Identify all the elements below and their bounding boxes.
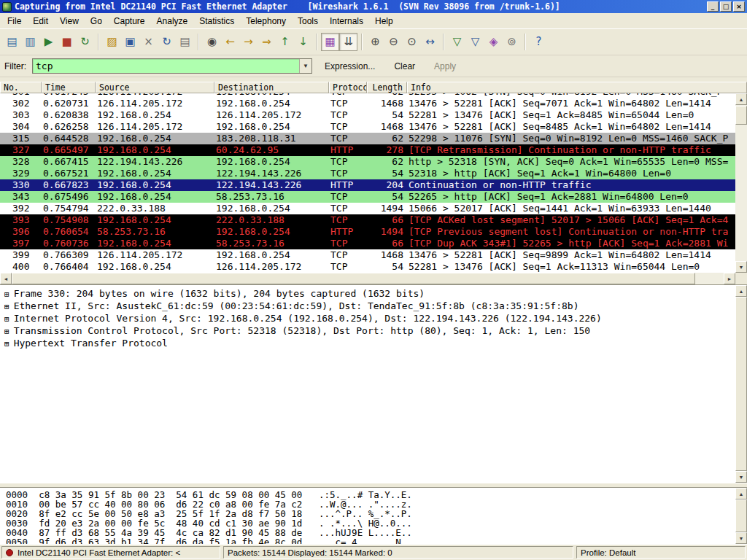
scroll-thumb[interactable] bbox=[735, 499, 747, 532]
scroll-down-icon[interactable]: ▼ bbox=[735, 471, 747, 483]
menu-item-file[interactable]: File bbox=[1, 14, 27, 28]
coloring-rules-icon[interactable]: ◈ bbox=[484, 33, 503, 51]
scroll-thumb[interactable] bbox=[735, 297, 747, 471]
column-header-src[interactable]: Source bbox=[96, 82, 214, 93]
menu-item-statistics[interactable]: Statistics bbox=[193, 14, 240, 28]
capture-restart-icon[interactable]: ↻ bbox=[76, 33, 94, 51]
go-back-icon[interactable]: ← bbox=[221, 33, 239, 51]
menu-item-analyze[interactable]: Analyze bbox=[151, 14, 194, 28]
packet-row-315[interactable]: 3150.644528192.168.0.254183.208.118.31TC… bbox=[0, 133, 735, 144]
packet-row-396[interactable]: 3960.76065458.253.73.16192.168.0.254HTTP… bbox=[0, 226, 735, 238]
menu-item-go[interactable]: Go bbox=[85, 14, 108, 28]
scroll-left-icon[interactable]: ◄ bbox=[0, 273, 12, 284]
scroll-down-icon[interactable]: ▼ bbox=[735, 261, 747, 273]
clear-button[interactable]: Clear bbox=[387, 60, 422, 73]
menu-item-capture[interactable]: Capture bbox=[108, 14, 151, 28]
expander-icon[interactable]: ⊞ bbox=[4, 326, 9, 338]
zoom-out-icon[interactable]: ⊖ bbox=[384, 33, 403, 51]
capture-options-icon[interactable]: ▥ bbox=[21, 33, 39, 51]
packet-row-400[interactable]: 4000.766404192.168.0.254126.114.205.172T… bbox=[0, 261, 735, 273]
column-header-proto[interactable]: Protocol bbox=[329, 82, 367, 93]
capture-start-icon[interactable]: ▶ bbox=[39, 33, 58, 51]
go-to-packet-icon[interactable]: ⇒ bbox=[258, 33, 276, 51]
capture-filters-icon[interactable]: ▽ bbox=[448, 33, 466, 51]
autoscroll-toggle[interactable]: ⇊ bbox=[339, 33, 357, 51]
scroll-down-icon[interactable]: ▼ bbox=[735, 532, 747, 544]
expander-icon[interactable]: ⊞ bbox=[4, 338, 9, 350]
zoom-in-icon[interactable]: ⊕ bbox=[366, 33, 384, 51]
menu-item-view[interactable]: View bbox=[54, 14, 85, 28]
expander-icon[interactable]: ⊞ bbox=[4, 301, 9, 313]
colorize-toggle[interactable]: ▦ bbox=[321, 33, 339, 51]
expert-info-icon[interactable] bbox=[6, 549, 13, 556]
filter-input[interactable]: tcp ▼ bbox=[32, 58, 312, 74]
go-last-icon[interactable]: ↓ bbox=[294, 33, 312, 51]
go-forward-icon[interactable]: → bbox=[239, 33, 258, 51]
packet-row-343[interactable]: 3430.675496192.168.0.25458.253.73.16TCP5… bbox=[0, 191, 735, 203]
packet-row-329[interactable]: 3290.667521192.168.0.254122.194.143.226T… bbox=[0, 168, 735, 179]
scroll-thumb[interactable] bbox=[735, 106, 747, 125]
zoom-100-icon[interactable]: ⊙ bbox=[403, 33, 421, 51]
maximize-button[interactable]: □ bbox=[720, 1, 732, 12]
packet-row-393[interactable]: 3930.754908192.168.0.254222.0.33.188TCP6… bbox=[0, 214, 735, 226]
packet-row-303[interactable]: 3030.620838192.168.0.254126.114.205.172T… bbox=[0, 109, 735, 121]
help-icon[interactable]: ? bbox=[530, 33, 548, 51]
status-profile[interactable]: Profile: Default bbox=[576, 546, 746, 559]
column-header-time[interactable]: Time bbox=[42, 82, 96, 93]
save-capture-icon[interactable]: ▣ bbox=[121, 33, 139, 51]
expander-icon[interactable]: ⊞ bbox=[4, 289, 9, 300]
scroll-right-icon[interactable]: ► bbox=[724, 273, 735, 284]
filter-dropdown-icon[interactable]: ▼ bbox=[299, 59, 311, 73]
open-capture-icon[interactable]: ▨ bbox=[103, 33, 121, 51]
menu-item-internals[interactable]: Internals bbox=[324, 14, 369, 28]
expander-icon[interactable]: ⊞ bbox=[4, 314, 9, 325]
detail-line[interactable]: ⊞Frame 330: 204 bytes on wire (1632 bits… bbox=[0, 288, 735, 300]
hex-vscrollbar[interactable]: ▲ ▼ bbox=[735, 488, 747, 544]
column-header-len[interactable]: Length bbox=[367, 82, 407, 93]
menu-item-help[interactable]: Help bbox=[369, 14, 399, 28]
column-header-no[interactable]: No. bbox=[0, 82, 42, 93]
status-capture-info[interactable]: Intel DC21140 PCI Fast Ethernet Adapter:… bbox=[1, 546, 220, 559]
details-vscrollbar[interactable]: ▲ ▼ bbox=[735, 285, 747, 483]
detail-line[interactable]: ⊞Internet Protocol Version 4, Src: 192.1… bbox=[0, 313, 735, 325]
scroll-track[interactable] bbox=[735, 105, 747, 261]
packet-list-vscrollbar[interactable]: ▲ ▼ bbox=[735, 93, 747, 273]
scroll-track[interactable] bbox=[735, 499, 747, 532]
detail-line[interactable]: ⊞Ethernet II, Src: AsustekC_61:dc:59 (00… bbox=[0, 300, 735, 313]
minimize-button[interactable]: _ bbox=[707, 1, 719, 12]
scroll-up-icon[interactable]: ▲ bbox=[735, 488, 747, 499]
close-button[interactable]: × bbox=[733, 1, 745, 12]
hscroll-thumb[interactable] bbox=[12, 273, 695, 284]
packet-row-328[interactable]: 3280.667415122.194.143.226192.168.0.254T… bbox=[0, 156, 735, 168]
display-filters-icon[interactable]: ▽ bbox=[466, 33, 484, 51]
resize-columns-icon[interactable]: ↔ bbox=[421, 33, 439, 51]
expression-button[interactable]: Expression... bbox=[318, 60, 382, 73]
menu-item-edit[interactable]: Edit bbox=[27, 14, 54, 28]
packet-row-302[interactable]: 3020.620731126.114.205.172192.168.0.254T… bbox=[0, 98, 735, 109]
preferences-icon[interactable]: ⊚ bbox=[503, 33, 521, 51]
detail-line[interactable]: ⊞Hypertext Transfer Protocol bbox=[0, 338, 735, 350]
print-icon[interactable]: ▤ bbox=[176, 33, 194, 51]
column-header-info[interactable]: Info bbox=[407, 82, 747, 93]
find-packet-icon[interactable]: ◉ bbox=[203, 33, 221, 51]
menu-item-telephony[interactable]: Telephony bbox=[240, 14, 292, 28]
interface-list-icon[interactable]: ▤ bbox=[3, 33, 21, 51]
scroll-up-icon[interactable]: ▲ bbox=[735, 285, 747, 297]
close-capture-icon[interactable]: × bbox=[139, 33, 158, 51]
packet-row-330[interactable]: 3300.667823192.168.0.254122.194.143.226H… bbox=[0, 179, 735, 191]
capture-stop-icon[interactable]: ■ bbox=[58, 33, 76, 51]
go-first-icon[interactable]: ↑ bbox=[276, 33, 294, 51]
hscroll-track[interactable] bbox=[12, 273, 724, 284]
packet-row-392[interactable]: 3920.754794222.0.33.188192.168.0.254TCP1… bbox=[0, 203, 735, 214]
column-header-dst[interactable]: Destination bbox=[214, 82, 329, 93]
scroll-up-icon[interactable]: ▲ bbox=[735, 93, 747, 105]
scroll-track[interactable] bbox=[735, 297, 747, 471]
filter-label[interactable]: Filter: bbox=[4, 61, 26, 71]
detail-line[interactable]: ⊞Transmission Control Protocol, Src Port… bbox=[0, 325, 735, 338]
packet-list-hscrollbar[interactable]: ◄ ► bbox=[0, 273, 747, 284]
apply-button[interactable]: Apply bbox=[427, 60, 462, 73]
packet-row-397[interactable]: 3970.760736192.168.0.25458.253.73.16TCP6… bbox=[0, 238, 735, 249]
menu-item-tools[interactable]: Tools bbox=[292, 14, 324, 28]
packet-row-304[interactable]: 3040.626258126.114.205.172192.168.0.254T… bbox=[0, 121, 735, 133]
packet-row-399[interactable]: 3990.766309126.114.205.172192.168.0.254T… bbox=[0, 249, 735, 261]
